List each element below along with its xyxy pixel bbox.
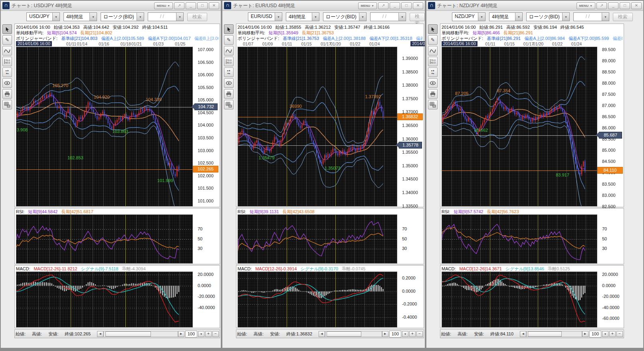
symbol-select[interactable]: EUR/USD▼: [248, 12, 282, 21]
chevron-down-icon[interactable]: ▼: [402, 331, 408, 337]
minimize-icon[interactable]: _: [608, 2, 618, 9]
indicator-tool-icon[interactable]: [224, 46, 234, 56]
popout-icon[interactable]: ↗: [174, 2, 184, 9]
search-button[interactable]: 検索: [410, 13, 425, 21]
h-scrollbar[interactable]: ◀▶: [520, 331, 589, 337]
timeframe-select[interactable]: 4時間足▼: [286, 12, 319, 21]
data-export-icon[interactable]: [428, 100, 438, 109]
macd-canvas[interactable]: [16, 272, 192, 327]
pencil-tool-icon[interactable]: ✎: [428, 35, 438, 45]
chevron-down-icon[interactable]: ▼: [359, 13, 366, 21]
chevron-down-icon[interactable]: ▼: [312, 13, 319, 21]
maximize-icon[interactable]: □: [401, 2, 412, 9]
marker-symbols-icon[interactable]: ●★♥●: [2, 67, 12, 77]
print-icon[interactable]: [224, 89, 234, 99]
titlebar[interactable]: ∩ チャート: NZD/JPY 4時間足 MENU▼ ↗ _ □ ✕: [426, 1, 643, 11]
chevron-down-icon[interactable]: ▼: [275, 13, 282, 21]
rsi-plot[interactable]: [442, 214, 597, 264]
cursor-tool-icon[interactable]: [428, 24, 438, 34]
print-icon[interactable]: [428, 89, 438, 99]
maximize-icon[interactable]: □: [197, 2, 208, 9]
date-input[interactable]: / /▼: [148, 12, 184, 21]
candlestick-plot[interactable]: 105.270104.920104.3393.908103.863102.853…: [16, 47, 193, 206]
marker-symbols-icon[interactable]: ●★♥●: [428, 67, 438, 77]
chart-type-select[interactable]: ローソク(BID)▼: [323, 12, 367, 21]
scrollbar-thumb[interactable]: [528, 331, 562, 337]
indicator-tool-icon[interactable]: [2, 46, 12, 56]
scrollbar-thumb[interactable]: [327, 331, 361, 337]
menu-button[interactable]: MENU▼: [577, 2, 596, 9]
close-icon[interactable]: ✕: [413, 2, 423, 9]
candlestick-plot[interactable]: 87.20587.35485.66283.917: [442, 47, 597, 206]
symbol-select[interactable]: NZD/JPY▼: [452, 12, 485, 21]
zoom-out-button[interactable]: −: [416, 331, 423, 337]
scale-settings-icon[interactable]: 70.060.0: [2, 57, 12, 66]
chevron-down-icon[interactable]: ▼: [137, 13, 144, 21]
h-scrollbar[interactable]: ◀▶: [97, 331, 184, 337]
scrollbar-track[interactable]: [526, 331, 582, 337]
timeframe-select[interactable]: 4時間足▼: [63, 12, 97, 21]
titlebar[interactable]: ∩ チャート: EUR/USD 4時間足 MENU▼ ↗ _ □ ✕: [222, 1, 425, 11]
chevron-down-icon[interactable]: ▼: [398, 13, 406, 21]
chevron-down-icon[interactable]: ▼: [562, 13, 569, 21]
chevron-down-icon[interactable]: ▼: [602, 331, 608, 337]
close-icon[interactable]: ✕: [209, 2, 219, 9]
visibility-eye-icon[interactable]: [428, 78, 438, 88]
indicator-tool-icon[interactable]: [428, 46, 438, 56]
scroll-right-icon[interactable]: ▶: [382, 331, 388, 337]
scrollbar-track[interactable]: [103, 331, 178, 337]
zoom-out-button[interactable]: −: [212, 331, 219, 337]
macd-canvas[interactable]: [238, 272, 397, 327]
print-icon[interactable]: [2, 89, 12, 99]
h-scrollbar[interactable]: ◀▶: [319, 331, 388, 337]
chart-type-select[interactable]: ローソク(BID)▼: [526, 12, 570, 21]
marker-symbols-icon[interactable]: ●★♥●: [224, 67, 234, 77]
menu-button[interactable]: MENU▼: [154, 2, 173, 9]
macd-canvas[interactable]: [442, 272, 597, 327]
macd-plot[interactable]: [16, 272, 193, 327]
chevron-down-icon[interactable]: ▼: [515, 13, 522, 21]
search-button[interactable]: 検索: [187, 13, 207, 21]
chevron-down-icon[interactable]: ▼: [602, 13, 609, 21]
timeframe-select[interactable]: 4時間足▼: [489, 12, 523, 21]
scroll-right-icon[interactable]: ▶: [582, 331, 589, 337]
zoom-in-button[interactable]: +: [205, 331, 212, 337]
chevron-down-icon[interactable]: ▼: [52, 13, 59, 21]
date-input[interactable]: / /▼: [370, 12, 406, 21]
rsi-plot[interactable]: [238, 214, 397, 264]
visibility-eye-icon[interactable]: [224, 78, 234, 88]
candlestick-plot[interactable]: 1.37392369901.354791.35073: [238, 47, 397, 206]
bar-count-select[interactable]: 100: [389, 331, 401, 337]
close-icon[interactable]: ✕: [631, 2, 642, 9]
rsi-canvas[interactable]: [442, 215, 597, 263]
pencil-tool-icon[interactable]: ✎: [224, 35, 234, 45]
pencil-tool-icon[interactable]: ✎: [2, 35, 12, 45]
popout-icon[interactable]: ↗: [596, 2, 607, 9]
rsi-canvas[interactable]: [238, 215, 397, 263]
zoom-in-button[interactable]: +: [609, 331, 616, 337]
visibility-eye-icon[interactable]: [2, 78, 12, 88]
scroll-left-icon[interactable]: ◀: [97, 331, 103, 337]
search-button[interactable]: 検索: [613, 13, 633, 21]
scale-settings-icon[interactable]: 70.060.0: [224, 57, 234, 66]
chevron-down-icon[interactable]: ▼: [478, 13, 485, 21]
zoom-out-button[interactable]: −: [616, 331, 623, 337]
scrollbar-track[interactable]: [325, 331, 382, 337]
scrollbar-thumb[interactable]: [105, 331, 151, 337]
zoom-in-button[interactable]: +: [409, 331, 416, 337]
menu-button[interactable]: MENU▼: [358, 2, 377, 9]
chart-type-select[interactable]: ローソク(BID)▼: [101, 12, 144, 21]
titlebar[interactable]: ∩ チャート: USD/JPY 4時間足 MENU▼ ↗ _ □ ✕: [1, 1, 221, 11]
data-export-icon[interactable]: [2, 100, 12, 109]
rsi-plot[interactable]: [16, 214, 193, 264]
cursor-tool-icon[interactable]: [2, 24, 12, 34]
maximize-icon[interactable]: □: [620, 2, 630, 9]
scroll-right-icon[interactable]: ▶: [178, 331, 184, 337]
scale-settings-icon[interactable]: 70.060.0: [428, 57, 438, 66]
scroll-left-icon[interactable]: ◀: [520, 331, 526, 337]
popout-icon[interactable]: ↗: [378, 2, 388, 9]
macd-plot[interactable]: [238, 272, 397, 327]
rsi-canvas[interactable]: [16, 215, 192, 263]
chevron-down-icon[interactable]: ▼: [89, 13, 97, 21]
data-export-icon[interactable]: [224, 100, 234, 109]
